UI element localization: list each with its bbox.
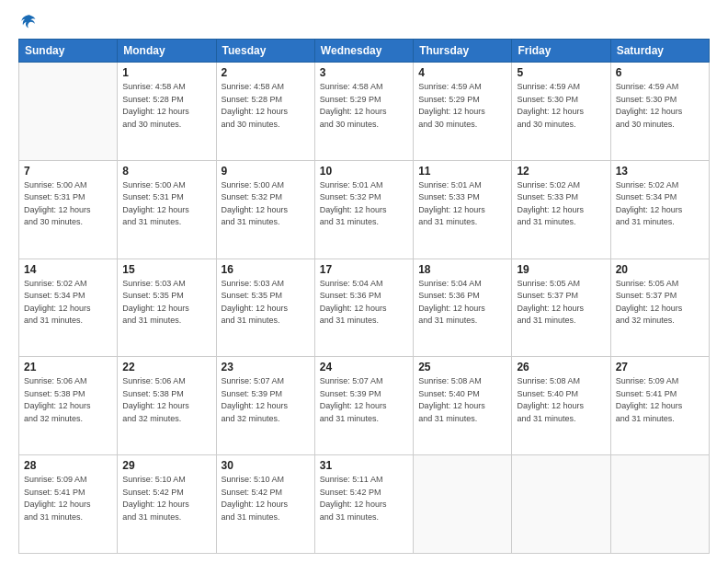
calendar-cell: 1Sunrise: 4:58 AM Sunset: 5:28 PM Daylig… <box>118 63 216 161</box>
day-number: 30 <box>222 459 310 472</box>
day-info: Sunrise: 5:06 AM Sunset: 5:38 PM Dayligh… <box>24 375 112 425</box>
calendar-cell: 27Sunrise: 5:09 AM Sunset: 5:41 PM Dayli… <box>610 357 709 455</box>
logo <box>18 17 37 29</box>
day-info: Sunrise: 5:03 AM Sunset: 5:35 PM Dayligh… <box>122 278 210 327</box>
day-number: 19 <box>517 263 605 276</box>
calendar-cell: 8Sunrise: 5:00 AM Sunset: 5:31 PM Daylig… <box>118 160 216 259</box>
day-info: Sunrise: 5:02 AM Sunset: 5:34 PM Dayligh… <box>24 278 112 327</box>
calendar-cell <box>414 455 512 554</box>
day-number: 1 <box>122 66 210 79</box>
day-number: 6 <box>616 66 704 79</box>
calendar-cell: 28Sunrise: 5:09 AM Sunset: 5:41 PM Dayli… <box>19 455 118 554</box>
day-info: Sunrise: 4:58 AM Sunset: 5:28 PM Dayligh… <box>122 81 210 131</box>
day-number: 29 <box>122 459 210 472</box>
column-header-wednesday: Wednesday <box>314 40 413 63</box>
calendar-cell <box>512 455 610 554</box>
calendar-cell: 17Sunrise: 5:04 AM Sunset: 5:36 PM Dayli… <box>314 259 413 357</box>
day-number: 9 <box>222 165 310 178</box>
day-number: 8 <box>122 165 210 178</box>
day-info: Sunrise: 5:01 AM Sunset: 5:33 PM Dayligh… <box>418 179 506 229</box>
day-info: Sunrise: 5:11 AM Sunset: 5:42 PM Dayligh… <box>320 474 408 523</box>
week-row-5: 28Sunrise: 5:09 AM Sunset: 5:41 PM Dayli… <box>19 455 710 554</box>
calendar-cell: 14Sunrise: 5:02 AM Sunset: 5:34 PM Dayli… <box>19 259 118 357</box>
day-number: 2 <box>222 66 310 79</box>
week-row-1: 1Sunrise: 4:58 AM Sunset: 5:28 PM Daylig… <box>19 63 710 161</box>
day-number: 23 <box>222 361 310 373</box>
calendar-cell: 21Sunrise: 5:06 AM Sunset: 5:38 PM Dayli… <box>19 357 118 455</box>
day-number: 13 <box>616 165 704 178</box>
day-number: 28 <box>24 459 112 472</box>
calendar-header: SundayMondayTuesdayWednesdayThursdayFrid… <box>19 40 710 63</box>
day-info: Sunrise: 5:00 AM Sunset: 5:31 PM Dayligh… <box>122 179 210 229</box>
day-info: Sunrise: 5:08 AM Sunset: 5:40 PM Dayligh… <box>517 375 605 425</box>
day-info: Sunrise: 5:06 AM Sunset: 5:38 PM Dayligh… <box>122 375 210 425</box>
day-number: 21 <box>24 361 112 373</box>
calendar-cell: 24Sunrise: 5:07 AM Sunset: 5:39 PM Dayli… <box>314 357 413 455</box>
day-info: Sunrise: 5:04 AM Sunset: 5:36 PM Dayligh… <box>320 278 408 327</box>
day-info: Sunrise: 5:00 AM Sunset: 5:31 PM Dayligh… <box>24 179 112 229</box>
calendar-cell: 20Sunrise: 5:05 AM Sunset: 5:37 PM Dayli… <box>610 259 709 357</box>
day-number: 20 <box>616 263 704 276</box>
day-number: 25 <box>418 361 506 373</box>
day-info: Sunrise: 5:05 AM Sunset: 5:37 PM Dayligh… <box>517 278 605 327</box>
day-info: Sunrise: 5:01 AM Sunset: 5:32 PM Dayligh… <box>320 179 408 229</box>
calendar-cell: 2Sunrise: 4:58 AM Sunset: 5:28 PM Daylig… <box>216 63 314 161</box>
calendar-cell: 6Sunrise: 4:59 AM Sunset: 5:30 PM Daylig… <box>610 63 709 161</box>
calendar-cell: 25Sunrise: 5:08 AM Sunset: 5:40 PM Dayli… <box>414 357 512 455</box>
calendar-cell: 4Sunrise: 4:59 AM Sunset: 5:29 PM Daylig… <box>414 63 512 161</box>
day-info: Sunrise: 4:58 AM Sunset: 5:29 PM Dayligh… <box>320 81 408 131</box>
day-number: 4 <box>418 66 506 79</box>
day-number: 15 <box>122 263 210 276</box>
calendar-cell: 15Sunrise: 5:03 AM Sunset: 5:35 PM Dayli… <box>118 259 216 357</box>
page: SundayMondayTuesdayWednesdayThursdayFrid… <box>0 0 728 563</box>
day-number: 31 <box>320 459 408 472</box>
calendar-cell: 16Sunrise: 5:03 AM Sunset: 5:35 PM Dayli… <box>216 259 314 357</box>
day-info: Sunrise: 5:05 AM Sunset: 5:37 PM Dayligh… <box>616 278 704 327</box>
calendar-table: SundayMondayTuesdayWednesdayThursdayFrid… <box>18 39 710 554</box>
week-row-4: 21Sunrise: 5:06 AM Sunset: 5:38 PM Dayli… <box>19 357 710 455</box>
day-number: 18 <box>418 263 506 276</box>
day-info: Sunrise: 5:09 AM Sunset: 5:41 PM Dayligh… <box>616 375 704 425</box>
calendar-body: 1Sunrise: 4:58 AM Sunset: 5:28 PM Daylig… <box>19 63 710 554</box>
calendar-cell: 31Sunrise: 5:11 AM Sunset: 5:42 PM Dayli… <box>314 455 413 554</box>
column-header-friday: Friday <box>512 40 610 63</box>
week-row-2: 7Sunrise: 5:00 AM Sunset: 5:31 PM Daylig… <box>19 160 710 259</box>
day-number: 26 <box>517 361 605 373</box>
day-info: Sunrise: 5:00 AM Sunset: 5:32 PM Dayligh… <box>222 179 310 229</box>
header-row: SundayMondayTuesdayWednesdayThursdayFrid… <box>19 40 710 63</box>
calendar-cell: 3Sunrise: 4:58 AM Sunset: 5:29 PM Daylig… <box>314 63 413 161</box>
calendar-cell: 22Sunrise: 5:06 AM Sunset: 5:38 PM Dayli… <box>118 357 216 455</box>
calendar-cell: 11Sunrise: 5:01 AM Sunset: 5:33 PM Dayli… <box>414 160 512 259</box>
day-info: Sunrise: 4:59 AM Sunset: 5:30 PM Dayligh… <box>517 81 605 131</box>
day-info: Sunrise: 5:02 AM Sunset: 5:34 PM Dayligh… <box>616 179 704 229</box>
logo-text <box>18 17 37 29</box>
day-info: Sunrise: 5:07 AM Sunset: 5:39 PM Dayligh… <box>222 375 310 425</box>
calendar-cell <box>19 63 118 161</box>
day-info: Sunrise: 5:09 AM Sunset: 5:41 PM Dayligh… <box>24 474 112 523</box>
day-info: Sunrise: 5:10 AM Sunset: 5:42 PM Dayligh… <box>222 474 310 523</box>
day-info: Sunrise: 5:02 AM Sunset: 5:33 PM Dayligh… <box>517 179 605 229</box>
day-info: Sunrise: 4:58 AM Sunset: 5:28 PM Dayligh… <box>222 81 310 131</box>
calendar-cell: 12Sunrise: 5:02 AM Sunset: 5:33 PM Dayli… <box>512 160 610 259</box>
day-number: 3 <box>320 66 408 79</box>
column-header-tuesday: Tuesday <box>216 40 314 63</box>
calendar-cell: 7Sunrise: 5:00 AM Sunset: 5:31 PM Daylig… <box>19 160 118 259</box>
calendar-cell: 5Sunrise: 4:59 AM Sunset: 5:30 PM Daylig… <box>512 63 610 161</box>
day-number: 14 <box>24 263 112 276</box>
day-info: Sunrise: 5:07 AM Sunset: 5:39 PM Dayligh… <box>320 375 408 425</box>
day-number: 5 <box>517 66 605 79</box>
day-number: 11 <box>418 165 506 178</box>
column-header-monday: Monday <box>118 40 216 63</box>
calendar-cell: 10Sunrise: 5:01 AM Sunset: 5:32 PM Dayli… <box>314 160 413 259</box>
calendar-cell: 29Sunrise: 5:10 AM Sunset: 5:42 PM Dayli… <box>118 455 216 554</box>
week-row-3: 14Sunrise: 5:02 AM Sunset: 5:34 PM Dayli… <box>19 259 710 357</box>
calendar-cell: 30Sunrise: 5:10 AM Sunset: 5:42 PM Dayli… <box>216 455 314 554</box>
calendar-cell: 18Sunrise: 5:04 AM Sunset: 5:36 PM Dayli… <box>414 259 512 357</box>
header <box>18 17 710 29</box>
day-number: 16 <box>222 263 310 276</box>
calendar-cell: 23Sunrise: 5:07 AM Sunset: 5:39 PM Dayli… <box>216 357 314 455</box>
day-number: 24 <box>320 361 408 373</box>
calendar-cell <box>610 455 709 554</box>
day-number: 22 <box>122 361 210 373</box>
calendar-cell: 19Sunrise: 5:05 AM Sunset: 5:37 PM Dayli… <box>512 259 610 357</box>
